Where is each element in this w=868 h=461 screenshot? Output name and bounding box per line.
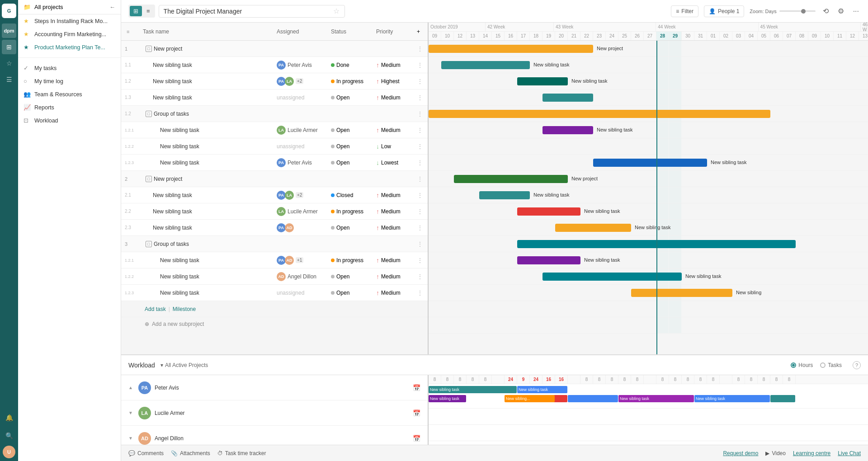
learning-centre-link[interactable]: Learning centre: [793, 450, 830, 456]
sidebar-item-starred-3[interactable]: ★ Product Marketing Plan Te...: [18, 41, 121, 54]
gantt-bar[interactable]: [593, 159, 707, 167]
sidebar-item-my-time-log[interactable]: ○ My time log: [18, 75, 121, 88]
sidebar-icon-star[interactable]: ☆: [2, 56, 16, 71]
gantt-grid-col: [758, 138, 770, 154]
row-more-button[interactable]: ⋮: [417, 143, 428, 150]
sidebar-item-team-resources[interactable]: 👥 Team & Resources: [18, 88, 121, 101]
zoom-slider[interactable]: [779, 10, 816, 12]
cell-name[interactable]: New sibling task: [144, 62, 277, 68]
cell-name[interactable]: □ Group of tasks: [144, 241, 277, 247]
gantt-bar[interactable]: [542, 126, 593, 134]
history-button[interactable]: ⟲: [821, 5, 830, 17]
col-add-header[interactable]: +: [417, 28, 428, 35]
calendar-icon[interactable]: 📅: [413, 435, 420, 442]
view-list-button[interactable]: ≡: [143, 6, 154, 16]
collapse-all-icon[interactable]: ≡: [127, 29, 129, 34]
gantt-body[interactable]: New projectNew sibling taskNew sibling t…: [429, 41, 868, 354]
sidebar-icon-search[interactable]: 🔍: [2, 428, 16, 443]
row-more-button[interactable]: ⋮: [417, 127, 428, 134]
live-chat-link[interactable]: Live Chat: [838, 450, 861, 456]
sidebar-icon-grid[interactable]: ⊞: [2, 40, 16, 54]
cell-name[interactable]: □ Group of tasks: [144, 111, 277, 117]
gantt-bar[interactable]: [441, 61, 530, 69]
row-more-button[interactable]: ⋮: [417, 224, 428, 231]
cell-name[interactable]: New sibling task: [144, 160, 277, 166]
sidebar-item-my-tasks[interactable]: ✓ My tasks: [18, 61, 121, 75]
row-more-button[interactable]: ⋮: [417, 257, 428, 264]
add-task-button[interactable]: Add task: [145, 306, 166, 312]
row-more-button[interactable]: ⋮: [417, 273, 428, 280]
cell-name[interactable]: New sibling task: [144, 94, 277, 101]
row-more-button[interactable]: ⋮: [417, 175, 428, 183]
tasks-radio[interactable]: Tasks: [820, 362, 842, 368]
hours-radio[interactable]: Hours: [791, 362, 813, 368]
gantt-bar[interactable]: [454, 175, 568, 183]
cell-name[interactable]: New sibling task: [144, 192, 277, 198]
row-more-button[interactable]: ⋮: [417, 192, 428, 199]
cell-name[interactable]: New sibling task: [144, 208, 277, 215]
gantt-bar[interactable]: [429, 45, 593, 53]
cell-name[interactable]: New sibling task: [144, 127, 277, 133]
calendar-icon[interactable]: 📅: [413, 384, 420, 391]
gantt-grid-col: [454, 155, 467, 170]
collapse-arrow[interactable]: ▼: [128, 436, 133, 441]
gantt-bar[interactable]: [542, 273, 682, 281]
cell-name[interactable]: New sibling task: [144, 290, 277, 296]
filter-button[interactable]: ≡ Filter: [671, 5, 698, 17]
row-more-button[interactable]: ⋮: [417, 78, 428, 85]
row-more-button[interactable]: ⋮: [417, 240, 428, 248]
gantt-bar[interactable]: [517, 256, 580, 264]
cell-name[interactable]: □ New project: [144, 176, 277, 182]
gantt-bar[interactable]: [517, 207, 580, 216]
attachments-button[interactable]: 📎 Attachments: [171, 450, 210, 456]
gantt-bar[interactable]: [429, 110, 770, 118]
row-more-button[interactable]: ⋮: [417, 159, 428, 166]
calendar-icon[interactable]: 📅: [413, 409, 420, 417]
row-more-button[interactable]: ⋮: [417, 110, 428, 118]
sidebar-icon-user[interactable]: U: [2, 445, 16, 459]
help-icon[interactable]: ?: [853, 361, 861, 369]
cell-name[interactable]: □ New project: [144, 46, 277, 52]
app-logo[interactable]: G: [2, 4, 16, 18]
collapse-arrow[interactable]: ▲: [128, 385, 133, 390]
gantt-bar[interactable]: [479, 191, 530, 199]
row-more-button[interactable]: ⋮: [417, 289, 428, 296]
row-more-button[interactable]: ⋮: [417, 94, 428, 101]
sidebar-icon-dpm[interactable]: dpm: [2, 24, 16, 38]
project-title-input[interactable]: [159, 5, 345, 18]
add-subproject-row[interactable]: ⊕ Add a new subproject: [121, 317, 428, 331]
add-milestone-button[interactable]: Milestone: [173, 306, 196, 312]
request-demo-link[interactable]: Request demo: [723, 450, 758, 456]
sidebar-item-reports[interactable]: 📈 Reports: [18, 101, 121, 114]
favorite-star-button[interactable]: ☆: [333, 7, 340, 15]
sidebar-item-starred-2[interactable]: ★ Accounting Firm Marketing...: [18, 28, 121, 41]
sidebar-icon-menu[interactable]: ☰: [2, 72, 16, 87]
gantt-bar[interactable]: [631, 289, 732, 297]
row-more-button[interactable]: ⋮: [417, 208, 428, 215]
gantt-bar[interactable]: [542, 94, 593, 102]
view-grid-button[interactable]: ⊞: [130, 6, 142, 16]
comments-button[interactable]: 💬 Comments: [128, 450, 164, 456]
people-button[interactable]: 👤 People 1: [704, 5, 744, 17]
cell-name[interactable]: New sibling task: [144, 273, 277, 280]
more-button[interactable]: ···: [851, 5, 861, 17]
workload-filter-button[interactable]: ▾ All Active Projects: [160, 362, 208, 368]
video-button[interactable]: ▶ Video: [765, 450, 785, 456]
sidebar-icon-bell[interactable]: 🔔: [2, 410, 16, 425]
collapse-arrow[interactable]: ▼: [128, 410, 133, 415]
cell-name[interactable]: New sibling task: [144, 225, 277, 231]
time-tracker-button[interactable]: ⏱ Task time tracker: [217, 450, 266, 456]
cell-name[interactable]: New sibling task: [144, 143, 277, 150]
nav-back-button[interactable]: ←: [109, 4, 115, 10]
sidebar-item-starred-1[interactable]: ★ Steps In Installing Rack Mo...: [18, 14, 121, 28]
cell-name[interactable]: New sibling task: [144, 78, 277, 85]
cell-name[interactable]: New sibling task: [144, 257, 277, 263]
sidebar-item-workload[interactable]: ⊡ Workload: [18, 114, 121, 127]
gantt-bar[interactable]: [517, 77, 568, 85]
extra-count-badge: +1: [296, 257, 303, 263]
settings-button[interactable]: ⚙: [836, 5, 846, 17]
row-more-button[interactable]: ⋮: [417, 61, 428, 69]
gantt-bar[interactable]: [555, 224, 631, 232]
workload-chart[interactable]: 88888249241616888888888888888 New siblin…: [429, 375, 868, 445]
row-more-button[interactable]: ⋮: [417, 45, 428, 52]
